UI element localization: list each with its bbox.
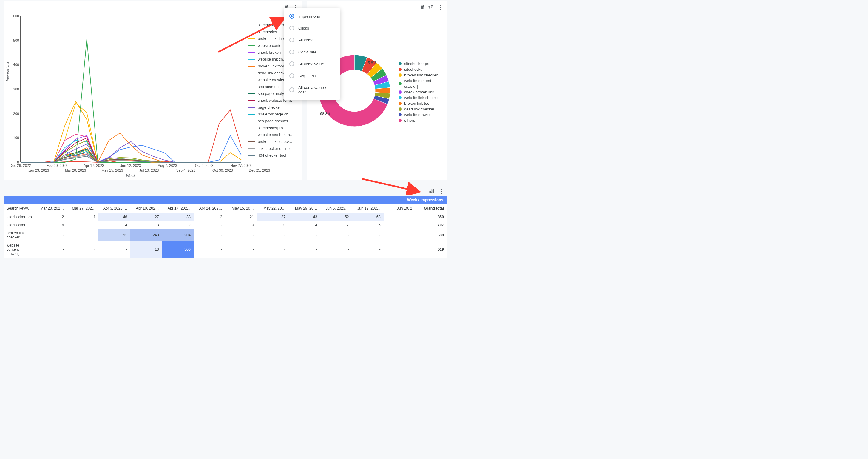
legend-dot [399,62,402,65]
cell: - [225,241,257,258]
legend-item[interactable]: others [399,118,440,123]
svg-rect-7 [423,6,424,9]
column-header[interactable]: Apr 17, 202… [162,204,194,213]
legend-item[interactable]: link checker online [248,145,299,152]
legend-item[interactable]: broken link tool [399,101,440,106]
column-header[interactable]: May 29, 20… [288,204,320,213]
metric-option[interactable]: Conv. rate [284,46,340,58]
legend-label: check broken li… [258,50,287,55]
chart-config-icon[interactable] [429,188,434,195]
legend-label: broken link che… [258,36,287,41]
legend-item[interactable]: 404 checker tool [248,152,299,159]
legend-item[interactable]: sitechecker [399,66,440,72]
cell: 13 [130,241,162,258]
column-header[interactable]: Jun 5, 2023… [320,204,352,213]
column-header[interactable]: Jun 12, 202… [352,204,383,213]
table-row: sitechecker6-432-00475707 [4,221,447,229]
column-header[interactable]: Apr 24, 202… [194,204,225,213]
cell: 91 [98,229,130,241]
legend-label: sitecheckerpro [258,126,283,130]
legend-item[interactable]: website crawler [399,112,440,118]
chart-config-icon[interactable] [420,4,425,11]
legend-item[interactable]: sitecheckerpro [248,124,299,131]
sort-icon[interactable] [428,4,434,11]
legend-label: seo page checker [258,119,288,123]
legend-item[interactable]: page checker [248,104,299,111]
more-icon[interactable]: ⋮ [438,188,444,195]
x-tick: May 15, 2023 [101,168,123,172]
legend-dot [399,82,402,85]
legend-dot [399,108,402,111]
legend-swatch [248,59,255,60]
column-header[interactable]: Mar 20, 202… [35,204,67,213]
legend-label: seo scan tool [258,84,281,89]
cell [383,221,415,229]
cell: - [288,229,320,241]
row-key: website content crawler] [4,241,35,258]
legend-item[interactable]: website link checker [399,95,440,101]
legend-label: seo page analy… [258,91,288,96]
column-header[interactable]: Search keyword [4,204,35,213]
legend-item[interactable]: check broken link [399,89,440,95]
legend-swatch [248,80,255,80]
legend-label: website link checker [404,95,439,101]
legend-dot [399,119,402,122]
column-header[interactable]: May 22, 20… [257,204,288,213]
cell: 4 [98,221,130,229]
x-tick: Feb 20, 2023 [46,164,68,168]
line-chart-panel: ⋮ Impressions 0100200300400500600 Dec 26… [4,1,302,180]
cell: 3 [130,221,162,229]
legend-swatch [248,52,255,53]
cell: - [257,241,288,258]
radio-icon [289,26,294,30]
legend-swatch [248,46,255,46]
legend-item[interactable]: sitechecker pro [399,61,440,66]
metric-option[interactable]: Impressions [284,10,340,22]
legend-label: 404 checker tool [258,153,286,157]
column-header[interactable]: Mar 27, 202… [67,204,98,213]
legend-item[interactable]: broken link checker [399,72,440,78]
cell: 2 [194,213,225,221]
column-header[interactable]: Grand total [415,204,447,213]
x-tick: Jun 12, 2023 [120,164,141,168]
column-header[interactable]: Jun 19, 2 [383,204,415,213]
cell: 0 [225,221,257,229]
slice-label: 68.8% [320,112,331,116]
radio-icon [289,50,294,54]
column-header[interactable]: Apr 10, 202… [130,204,162,213]
legend-swatch [248,100,255,101]
metric-option[interactable]: All conv. value [284,58,340,70]
x-axis-title: Week [20,174,241,178]
column-header[interactable]: May 15, 20… [225,204,257,213]
cell: 52 [320,213,352,221]
legend-swatch [248,87,255,87]
legend-item[interactable]: website seo health… [248,131,299,138]
cell: - [35,241,67,258]
svg-rect-12 [433,191,434,193]
metric-option-label: All conv. value / cost [298,85,335,94]
legend-item[interactable]: broken links check… [248,138,299,145]
legend-swatch [248,73,255,74]
legend-item[interactable]: seo page checker [248,118,299,124]
svg-rect-6 [422,6,423,9]
svg-point-13 [433,189,434,190]
legend-label: sitechecker [404,66,424,72]
legend-item[interactable]: website content crawler] [399,78,440,89]
cell: - [67,221,98,229]
legend-label: website content crawler] [404,78,440,89]
metric-option[interactable]: All conv. value / cost [284,82,340,98]
metric-option[interactable]: Clicks [284,22,340,34]
more-icon[interactable]: ⋮ [437,4,443,11]
column-header[interactable]: Apr 3, 2023 … [98,204,130,213]
cell: - [320,229,352,241]
metric-option[interactable]: Avg. CPC [284,70,340,82]
metric-option[interactable]: All conv. [284,34,340,46]
donut-chart-legend: sitechecker prositecheckerbroken link ch… [399,61,440,123]
legend-item[interactable]: 404 error page ch… [248,111,299,118]
cell: 21 [225,213,257,221]
legend-item[interactable]: dead link checker [399,106,440,112]
x-tick: Jul 10, 2023 [139,168,159,172]
legend-swatch [248,135,255,135]
svg-rect-5 [420,7,421,9]
cell: 5 [352,221,383,229]
